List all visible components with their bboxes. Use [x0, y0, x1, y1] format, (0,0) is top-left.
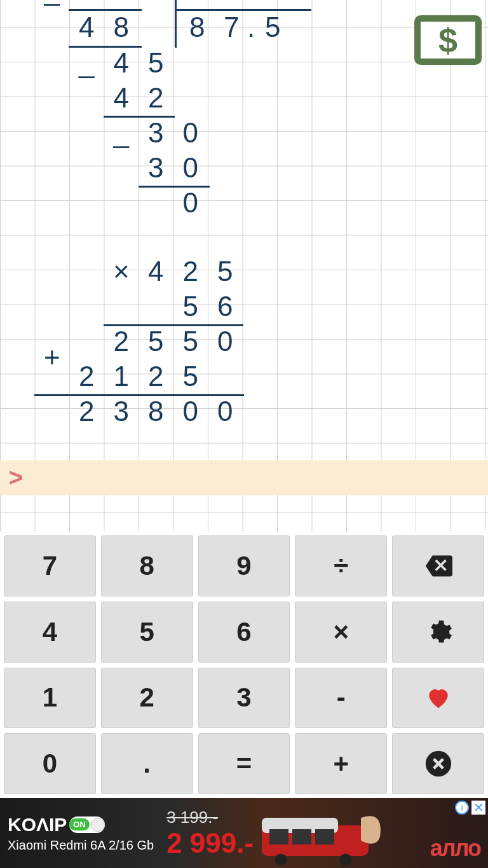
ad-price-new: 2 999.- — [166, 827, 254, 859]
div-cell: 2 — [139, 81, 173, 116]
key-divide[interactable]: ÷ — [295, 535, 387, 596]
ad-controls: i ✕ — [455, 801, 485, 815]
multiply-sign: × — [104, 254, 139, 289]
key-4[interactable]: 4 — [4, 602, 96, 663]
quotient-cell: 8 — [180, 10, 215, 45]
div-cell: 4 — [69, 10, 104, 45]
money-button[interactable]: $ — [414, 15, 482, 65]
svg-rect-3 — [269, 829, 288, 844]
mul-cell: 1 — [104, 359, 139, 394]
ad-close-icon[interactable]: ✕ — [471, 801, 485, 815]
div-cell: 5 — [139, 0, 173, 8]
toggle-icon: ON — [69, 816, 105, 833]
gear-icon — [424, 618, 452, 646]
ad-price-old: 3 199.- — [166, 808, 254, 827]
mul-cell: 2 — [139, 359, 173, 394]
key-minus[interactable]: - — [295, 668, 387, 729]
mul-cell: 2 — [173, 254, 208, 289]
mul-cell: 0 — [208, 394, 243, 429]
division-line-0 — [69, 9, 142, 11]
key-backspace[interactable] — [392, 535, 484, 596]
quotient-cell: 5 — [255, 10, 290, 45]
div-cell: 3 — [139, 116, 173, 151]
ad-image — [247, 798, 399, 868]
svg-point-6 — [274, 853, 287, 865]
mul-cell: 2 — [69, 394, 104, 429]
div-cell: 4 — [104, 81, 139, 116]
key-equals[interactable]: = — [198, 733, 290, 794]
div-cell: 0 — [173, 151, 208, 186]
key-decimal[interactable]: . — [101, 733, 193, 794]
ad-left: KOΛIP ON Xiaomi Redmi 6A 2/16 Gb — [0, 814, 154, 853]
heart-icon — [424, 684, 452, 712]
plus-sign: + — [35, 340, 70, 375]
key-settings[interactable] — [392, 602, 484, 663]
division-bracket-vertical — [175, 0, 177, 48]
ad-product: Xiaomi Redmi 6A 2/16 Gb — [8, 838, 154, 853]
key-6[interactable]: 6 — [198, 602, 290, 663]
division-minus-1: _ — [69, 46, 104, 81]
key-favorite[interactable] — [392, 668, 484, 729]
mul-cell: 8 — [139, 394, 173, 429]
mul-cell: 0 — [173, 394, 208, 429]
div-cell: 4 — [104, 46, 139, 81]
div-cell: 5 — [69, 0, 104, 8]
key-0[interactable]: 0 — [4, 733, 96, 794]
key-plus[interactable]: + — [295, 733, 387, 794]
key-9[interactable]: 9 — [198, 535, 290, 596]
ad-banner[interactable]: KOΛIP ON Xiaomi Redmi 6A 2/16 Gb 3 199.-… — [0, 798, 488, 868]
key-7[interactable]: 7 — [4, 535, 96, 596]
key-3[interactable]: 3 — [198, 668, 290, 729]
division-bracket-horizontal — [175, 9, 311, 11]
ad-info-icon[interactable]: i — [455, 801, 469, 815]
svg-point-7 — [339, 853, 351, 865]
division-minus-0: _ — [35, 0, 70, 8]
mul-cell: 5 — [173, 289, 208, 324]
key-1[interactable]: 1 — [4, 668, 96, 729]
division-minus-2: _ — [104, 116, 139, 151]
key-2[interactable]: 2 — [101, 668, 193, 729]
div-cell: 0 — [173, 116, 208, 151]
mul-cell: 2 — [104, 324, 139, 359]
train-icon — [247, 798, 399, 868]
close-circle-icon — [424, 750, 452, 778]
ad-brand: KOΛIP ON — [8, 814, 154, 836]
ad-brand-right: алло — [430, 835, 480, 862]
backspace-icon — [424, 552, 452, 580]
div-cell: 8 — [104, 10, 139, 45]
mul-cell: 3 — [104, 394, 139, 429]
key-clear[interactable] — [392, 733, 484, 794]
mul-cell: 2 — [69, 359, 104, 394]
div-cell: 0 — [173, 186, 208, 221]
calculation-workspace: $ _ 5 2 5 0 4 8 8 7 . 5 _ 4 5 4 2 _ 3 0 … — [0, 0, 488, 532]
mul-cell: 6 — [208, 289, 243, 324]
input-prompt: > — [0, 464, 23, 492]
div-cell: 0 — [173, 0, 208, 8]
dollar-icon: $ — [438, 20, 458, 60]
mul-cell: 5 — [139, 324, 173, 359]
toggle-on-label: ON — [69, 818, 90, 830]
div-cell: 5 — [139, 46, 173, 81]
ad-price: 3 199.- 2 999.- — [166, 808, 254, 859]
mul-cell: 0 — [208, 324, 243, 359]
key-8[interactable]: 8 — [101, 535, 193, 596]
mul-cell: 5 — [173, 324, 208, 359]
mul-cell: 5 — [208, 254, 243, 289]
key-5[interactable]: 5 — [101, 602, 193, 663]
ad-brand-text: KOΛIP — [8, 814, 67, 836]
svg-rect-4 — [292, 829, 311, 844]
keypad: 7 8 9 ÷ 4 5 6 × 1 2 3 - 0 . = + — [0, 532, 488, 798]
div-cell: 2 — [104, 0, 139, 8]
svg-rect-5 — [315, 829, 334, 844]
mul-cell: 4 — [139, 254, 173, 289]
mul-cell: 5 — [173, 359, 208, 394]
key-multiply[interactable]: × — [295, 602, 387, 663]
input-row[interactable]: > — [0, 460, 488, 495]
div-cell: 3 — [139, 151, 173, 186]
